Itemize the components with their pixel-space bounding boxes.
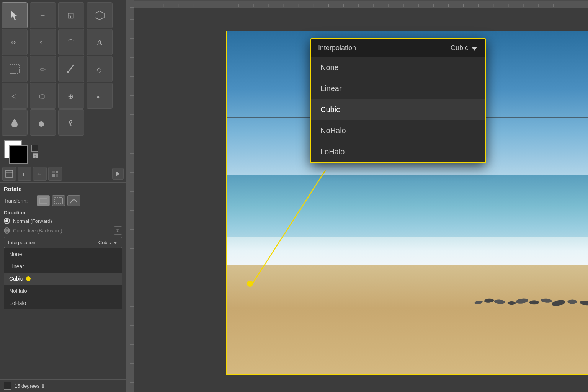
corrective-backward-row[interactable]: Corrective (Backward) ⇕ bbox=[4, 226, 122, 235]
selection-transform-btn[interactable] bbox=[52, 195, 65, 206]
svg-text:A: A bbox=[97, 38, 103, 47]
water-tool[interactable] bbox=[2, 109, 28, 136]
tool-options: Rotate Transform: Direction Normal (Forw… bbox=[0, 183, 126, 379]
layer-transform-btn[interactable] bbox=[37, 195, 50, 206]
foreground-color-swatch[interactable] bbox=[9, 145, 28, 164]
ruler-vertical bbox=[126, 0, 134, 392]
svg-text:⌖: ⌖ bbox=[39, 39, 43, 46]
toolbar: ↔ ◱ ⇔ ⌖ ⌒ A ✏ ◇ bbox=[0, 0, 126, 392]
popup-interp-value: Cubic bbox=[451, 44, 478, 52]
svg-text:⇔: ⇔ bbox=[11, 39, 16, 46]
normal-forward-row[interactable]: Normal (Forward) bbox=[4, 218, 122, 224]
svg-point-88 bbox=[474, 300, 483, 305]
svg-rect-24 bbox=[52, 171, 55, 173]
svg-text:↩: ↩ bbox=[37, 171, 42, 177]
sidebar-option-cubic[interactable]: Cubic bbox=[4, 273, 122, 285]
svg-text:◁: ◁ bbox=[11, 93, 16, 99]
popup-interpolation-overlay: Interpolation Cubic None Linear Cubic No… bbox=[310, 38, 486, 163]
ink-tool[interactable] bbox=[30, 109, 56, 136]
svg-marker-32 bbox=[113, 242, 117, 244]
svg-line-10 bbox=[68, 65, 74, 72]
pattern-tool-btn[interactable] bbox=[48, 167, 62, 181]
transform-tool[interactable]: ⌖ bbox=[30, 29, 56, 55]
sidebar-option-nohalo[interactable]: NoHalo bbox=[4, 285, 122, 297]
pencil-tool[interactable]: ✏ bbox=[30, 56, 56, 82]
sidebar-option-none[interactable]: None bbox=[4, 248, 122, 260]
popup-option-none[interactable]: None bbox=[311, 57, 485, 78]
svg-text:◇: ◇ bbox=[96, 66, 102, 74]
color-icons: ↺ bbox=[31, 145, 38, 158]
svg-marker-3 bbox=[95, 11, 104, 20]
stamp-tool[interactable]: ⊕ bbox=[58, 83, 84, 109]
svg-text:⌒: ⌒ bbox=[68, 39, 74, 46]
select-tool[interactable] bbox=[2, 2, 28, 28]
undo-tool-btn[interactable]: ↩ bbox=[33, 167, 47, 181]
svg-rect-19 bbox=[6, 170, 13, 177]
move-tool[interactable]: ↔ bbox=[30, 2, 56, 28]
swap-colors-icon[interactable]: ↺ bbox=[33, 153, 38, 158]
path-transform-btn[interactable] bbox=[67, 195, 80, 206]
corrective-backward-radio[interactable] bbox=[4, 227, 10, 234]
view-tool-btn[interactable] bbox=[2, 167, 16, 181]
color-area: ↺ bbox=[0, 138, 126, 165]
info-tool-btn[interactable]: i bbox=[18, 167, 31, 181]
normal-forward-radio[interactable] bbox=[4, 218, 10, 224]
ruler-horizontal bbox=[134, 0, 588, 8]
svg-marker-28 bbox=[116, 172, 119, 176]
mask-tool[interactable]: ⬡ bbox=[30, 83, 56, 109]
svg-point-96 bbox=[567, 300, 577, 304]
svg-text:⬧: ⬧ bbox=[96, 93, 100, 100]
direction-options-btn[interactable]: ⇕ bbox=[114, 226, 122, 235]
svg-text:◱: ◱ bbox=[67, 11, 74, 19]
popup-header[interactable]: Interpolation Cubic bbox=[311, 39, 485, 57]
svg-rect-29 bbox=[39, 199, 47, 203]
popup-option-cubic[interactable]: Cubic bbox=[311, 99, 485, 120]
svg-text:↔: ↔ bbox=[39, 11, 46, 19]
color-swatches[interactable] bbox=[4, 140, 27, 163]
popup-option-linear[interactable]: Linear bbox=[311, 78, 485, 99]
popup-option-lohalo[interactable]: LoHalo bbox=[311, 141, 485, 162]
crop-tool[interactable]: ◱ bbox=[58, 2, 84, 28]
sidebar-interp-label: Interpolation bbox=[8, 240, 36, 245]
sidebar-option-linear[interactable]: Linear bbox=[4, 260, 122, 273]
direction-label: Direction bbox=[4, 210, 122, 216]
transform-label: Transform: bbox=[4, 198, 34, 204]
svg-point-11 bbox=[67, 71, 69, 73]
smudge-tool[interactable]: ◇ bbox=[87, 56, 113, 82]
svg-text:⬡: ⬡ bbox=[39, 93, 45, 100]
canvas-area: Interpolation Cubic None Linear Cubic No… bbox=[126, 0, 588, 392]
tool-title: Rotate bbox=[4, 186, 122, 192]
reset-colors-icon[interactable] bbox=[31, 145, 38, 152]
svg-rect-26 bbox=[52, 174, 55, 177]
svg-point-90 bbox=[493, 299, 505, 304]
sidebar-option-lohalo[interactable]: LoHalo bbox=[4, 297, 122, 309]
angle-swatch bbox=[4, 382, 11, 390]
svg-point-93 bbox=[529, 300, 539, 304]
text-tool[interactable]: A bbox=[87, 29, 113, 55]
tool-grid: ↔ ◱ ⇔ ⌖ ⌒ A ✏ ◇ bbox=[0, 0, 126, 138]
svg-text:⊕: ⊕ bbox=[68, 93, 74, 100]
popup-option-nohalo[interactable]: NoHalo bbox=[311, 120, 485, 141]
svg-marker-99 bbox=[471, 47, 477, 51]
3d-tool[interactable] bbox=[87, 2, 113, 28]
popup-interp-label: Interpolation bbox=[318, 44, 356, 52]
svg-rect-8 bbox=[10, 64, 19, 74]
svg-text:↺: ↺ bbox=[34, 154, 37, 158]
brush-tool[interactable] bbox=[58, 56, 84, 82]
sidebar-interpolation-dropdown[interactable]: Interpolation Cubic bbox=[4, 237, 122, 248]
svg-marker-0 bbox=[11, 11, 17, 20]
popup-interpolation-dropdown: Interpolation Cubic None Linear Cubic No… bbox=[310, 38, 486, 163]
svg-point-91 bbox=[507, 301, 516, 305]
angle-label: 15 degrees ⇧ bbox=[15, 383, 45, 389]
sidebar-interp-value: Cubic bbox=[98, 240, 118, 245]
fill-tool[interactable] bbox=[2, 56, 28, 82]
expand-tool-btn[interactable] bbox=[112, 168, 124, 180]
free-tool[interactable] bbox=[58, 109, 84, 136]
align-tool[interactable]: ⇔ bbox=[2, 29, 28, 55]
bottom-tool-row: i ↩ bbox=[0, 165, 126, 183]
svg-point-97 bbox=[580, 300, 588, 306]
erase-tool[interactable]: ◁ bbox=[2, 83, 28, 109]
clone-tool[interactable]: ⬧ bbox=[87, 83, 113, 109]
transform-row: Transform: bbox=[4, 195, 122, 206]
path-tool[interactable]: ⌒ bbox=[58, 29, 84, 55]
